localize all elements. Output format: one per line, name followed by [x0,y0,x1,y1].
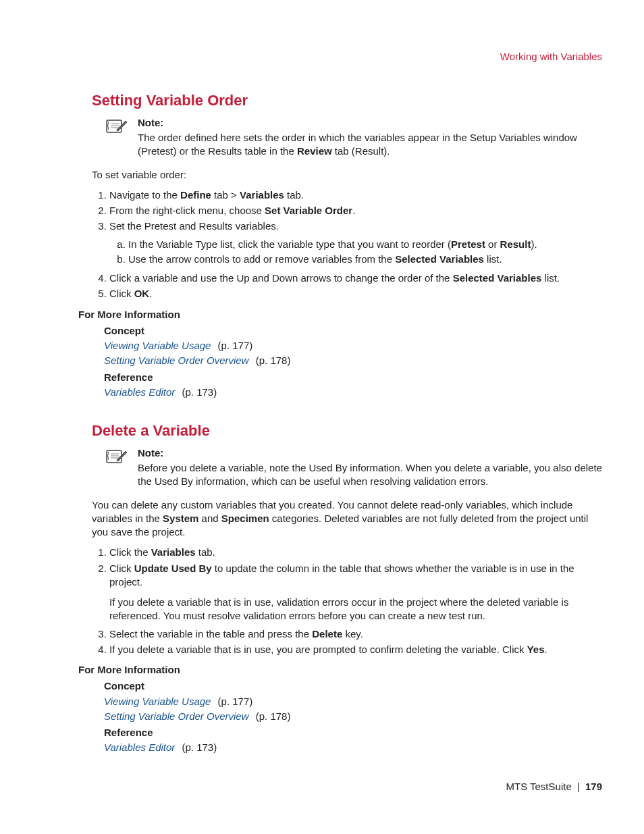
step-1: Navigate to the Define tab > Variables t… [109,188,602,202]
svg-rect-0 [107,120,122,132]
fmi-reference-label: Reference [104,726,602,739]
ordered-steps: Click the Variables tab. Click Update Us… [92,546,602,656]
page-ref: (p. 177) [215,696,252,707]
fmi-link-line: Variables Editor (p. 173) [104,386,602,399]
fmi-link-line: Viewing Variable Usage (p. 177) [104,695,602,708]
page-ref: (p. 177) [215,340,252,351]
fmi-link-line: Variables Editor (p. 173) [104,741,602,754]
step-2: From the right-click menu, choose Set Va… [109,204,602,217]
footer-page-number: 179 [585,781,602,792]
link-viewing-variable-usage[interactable]: Viewing Variable Usage [104,340,211,351]
page-ref: (p. 178) [253,710,291,722]
section-heading-delete-a-variable: Delete a Variable [92,421,602,441]
body-paragraph: You can delete any custom variables that… [92,498,602,540]
page-ref: (p. 178) [253,355,291,366]
fmi-reference-label: Reference [104,371,602,384]
note-block: Note: The order defined here sets the or… [105,116,602,159]
step-2-extra: If you delete a variable that is in use,… [109,596,602,623]
note-block: Note: Before you delete a variable, note… [105,446,602,489]
fmi-concept-label: Concept [104,324,602,338]
note-icon [105,446,128,469]
step-5: Click OK. [109,287,602,301]
footer-separator: | [574,781,583,792]
page-ref: (p. 173) [179,741,217,753]
note-text: The order defined here sets the order in… [138,132,577,157]
step-3: Set the Pretest and Results variables. I… [109,219,602,266]
page-ref: (p. 173) [179,386,217,398]
fmi-concept-label: Concept [104,679,602,693]
step-3a: In the Variable Type list, click the var… [128,238,602,251]
for-more-information-heading: For More Information [78,308,602,321]
fmi-link-line: Viewing Variable Usage (p. 177) [104,339,602,353]
footer-product: MTS TestSuite [506,781,571,792]
link-setting-variable-order-overview[interactable]: Setting Variable Order Overview [104,355,249,366]
link-variables-editor[interactable]: Variables Editor [104,741,175,753]
step-3b: Use the arrow controls to add or remove … [128,253,602,266]
step-4: Click a variable and use the Up and Down… [109,271,602,285]
step-1: Click the Variables tab. [109,546,602,559]
link-viewing-variable-usage[interactable]: Viewing Variable Usage [104,696,211,707]
svg-rect-4 [107,450,122,463]
note-label: Note: [138,446,602,460]
ordered-steps: Navigate to the Define tab > Variables t… [92,188,602,301]
step-3: Select the variable in the table and pre… [109,627,602,641]
link-variables-editor[interactable]: Variables Editor [104,386,175,398]
step-4: If you delete a variable that is in use,… [109,643,602,656]
note-label: Note: [138,116,602,130]
note-icon [105,116,128,138]
link-setting-variable-order-overview[interactable]: Setting Variable Order Overview [104,710,249,722]
fmi-link-line: Setting Variable Order Overview (p. 178) [104,354,602,367]
fmi-link-line: Setting Variable Order Overview (p. 178) [104,710,602,723]
step-2: Click Update Used By to update the colum… [109,562,602,623]
page-footer: MTS TestSuite | 179 [506,780,602,793]
lead-text: To set variable order: [92,168,602,182]
for-more-information-heading: For More Information [78,663,602,677]
running-header: Working with Variables [92,50,602,63]
note-text: Before you delete a variable, note the U… [138,462,602,487]
section-heading-setting-variable-order: Setting Variable Order [92,90,602,111]
